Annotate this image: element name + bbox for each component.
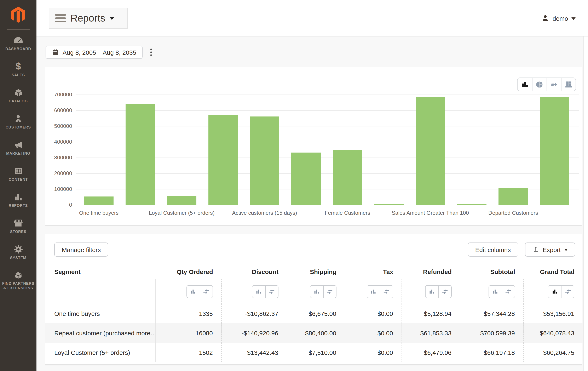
x-axis-label: Sales Amount Greater Than 100 (392, 210, 469, 216)
column-header-tax[interactable]: Tax (345, 264, 401, 279)
cell-discount: -$140,920.96 (221, 323, 287, 343)
sales-icon: $ (16, 61, 21, 71)
grid-panel: Manage filters Edit columns Export (45, 234, 582, 365)
sidebar-item-content[interactable]: CONTENT (0, 160, 36, 187)
column-range-toggle-icon[interactable] (438, 286, 451, 297)
column-chart-toggle-icon[interactable] (187, 286, 200, 297)
manage-filters-button[interactable]: Manage filters (54, 243, 108, 257)
marketing-icon (13, 140, 23, 150)
magento-logo[interactable] (0, 0, 36, 30)
dot (150, 51, 152, 53)
cell-grand-total: $53,156.91 (523, 304, 583, 323)
scrollbar[interactable] (583, 36, 588, 371)
column-chart-toggle-icon[interactable] (548, 286, 561, 297)
sidebar-item-reports[interactable]: REPORTS (0, 187, 36, 213)
stores-icon (13, 218, 23, 228)
column-header-shipping[interactable]: Shipping (287, 264, 345, 279)
sidebar-item-catalog[interactable]: CATALOG (0, 82, 36, 108)
sidebar-item-system[interactable]: SYSTEM (0, 239, 36, 265)
filter-cell-shipping (287, 279, 345, 304)
cell-discount: -$10,862.37 (221, 304, 287, 323)
chart-bar (209, 115, 238, 205)
stacked-chart-icon[interactable] (561, 78, 576, 91)
page-title: Reports (70, 12, 105, 24)
cell-segment: One time buyers (45, 304, 155, 323)
sidebar-item-label: REPORTS (9, 203, 28, 208)
column-header-grand-total[interactable]: Grand Total (523, 264, 583, 279)
column-chart-toggle-icon[interactable] (489, 286, 502, 297)
sidebar-item-find-partners[interactable]: FIND PARTNERS & EXTENSIONS (0, 268, 36, 292)
export-button[interactable]: Export (525, 243, 575, 257)
column-header-subtotal[interactable]: Subtotal (460, 264, 523, 279)
reports-menu-button[interactable]: Reports (49, 8, 128, 29)
sidebar-item-marketing[interactable]: MARKETING (0, 134, 36, 160)
dot (150, 54, 152, 56)
column-header-segment[interactable]: Segment (45, 264, 155, 279)
column-view-toggle (425, 285, 452, 298)
sidebar: DASHBOARD $ SALES CATALOG CUSTOMERS MARK… (0, 0, 36, 371)
user-name: demo (553, 15, 568, 22)
column-range-toggle-icon[interactable] (502, 286, 514, 297)
cell-refunded: $61,853.33 (401, 323, 460, 343)
export-label: Export (543, 246, 561, 253)
column-chart-toggle-icon[interactable] (310, 286, 323, 297)
cell-tax: $0.00 (345, 343, 401, 362)
filter-cell-grand-total (523, 279, 583, 304)
cell-refunded: $5,128.94 (401, 304, 460, 323)
sidebar-divider (6, 266, 31, 266)
column-header-discount[interactable]: Discount (221, 264, 287, 279)
cell-shipping: $6,675.00 (287, 304, 345, 323)
chart-type-switcher (517, 77, 576, 91)
table-row[interactable]: Loyal Customer (5+ orders) 1502 -$13,442… (45, 343, 583, 362)
cell-qty-ordered: 1502 (155, 343, 221, 362)
filter-cell-tax (345, 279, 401, 304)
column-range-toggle-icon[interactable] (380, 286, 393, 297)
column-filter-row (45, 279, 583, 304)
column-view-toggle (548, 285, 574, 298)
column-chart-toggle-icon[interactable] (425, 286, 438, 297)
cell-grand-total: $640,078.43 (523, 323, 583, 343)
column-range-toggle-icon[interactable] (200, 286, 212, 297)
column-chart-toggle-icon[interactable] (252, 286, 265, 297)
filter-cell-subtotal (460, 279, 523, 304)
sidebar-item-label: FIND PARTNERS & EXTENSIONS (2, 281, 34, 291)
sidebar-item-label: CUSTOMERS (6, 125, 31, 130)
filter-cell-qty-ordered (155, 279, 221, 304)
bar-chart-icon[interactable] (518, 78, 532, 91)
user-icon (542, 14, 549, 22)
edit-columns-label: Edit columns (475, 246, 511, 253)
system-icon (13, 244, 23, 254)
y-axis-tick: 400000 (54, 139, 72, 145)
column-header-qty-ordered[interactable]: Qty Ordered (155, 264, 221, 279)
filter-cell-discount (221, 279, 287, 304)
dot (150, 49, 152, 50)
table-row[interactable]: Repeat customer (purchased more… 16080 -… (45, 323, 583, 343)
filter-cell-refunded (401, 279, 460, 304)
chart-bar (250, 117, 279, 205)
column-range-toggle-icon[interactable] (323, 286, 336, 297)
sidebar-item-dashboard[interactable]: DASHBOARD (0, 30, 36, 56)
user-menu[interactable]: demo (539, 0, 578, 36)
table-row[interactable]: One time buyers 1335 -$10,862.37 $6,675.… (45, 304, 583, 323)
page-header: Reports demo (36, 0, 588, 36)
filter-cell-segment (45, 279, 155, 304)
more-options-button[interactable] (148, 46, 154, 58)
column-range-toggle-icon[interactable] (561, 286, 574, 297)
sidebar-item-stores[interactable]: STORES (0, 213, 36, 239)
y-axis-tick: 100000 (54, 186, 72, 192)
chart-bar (167, 196, 196, 205)
cell-shipping: $80,400.00 (287, 323, 345, 343)
edit-columns-button[interactable]: Edit columns (468, 243, 518, 257)
x-axis-label: Female Customers (325, 210, 370, 216)
column-range-toggle-icon[interactable] (265, 286, 278, 297)
pie-chart-icon[interactable] (532, 78, 546, 91)
date-range-value: Aug 8, 2005 – Aug 8, 2035 (63, 49, 136, 56)
column-chart-toggle-icon[interactable] (367, 286, 380, 297)
line-chart-icon[interactable] (546, 78, 561, 91)
sidebar-item-customers[interactable]: CUSTOMERS (0, 108, 36, 134)
chart-bar (126, 104, 155, 205)
magento-admin-reports-page: DASHBOARD $ SALES CATALOG CUSTOMERS MARK… (0, 0, 588, 371)
column-header-refunded[interactable]: Refunded (401, 264, 460, 279)
date-range-button[interactable]: Aug 8, 2005 – Aug 8, 2035 (46, 46, 142, 59)
sidebar-item-sales[interactable]: $ SALES (0, 56, 36, 82)
